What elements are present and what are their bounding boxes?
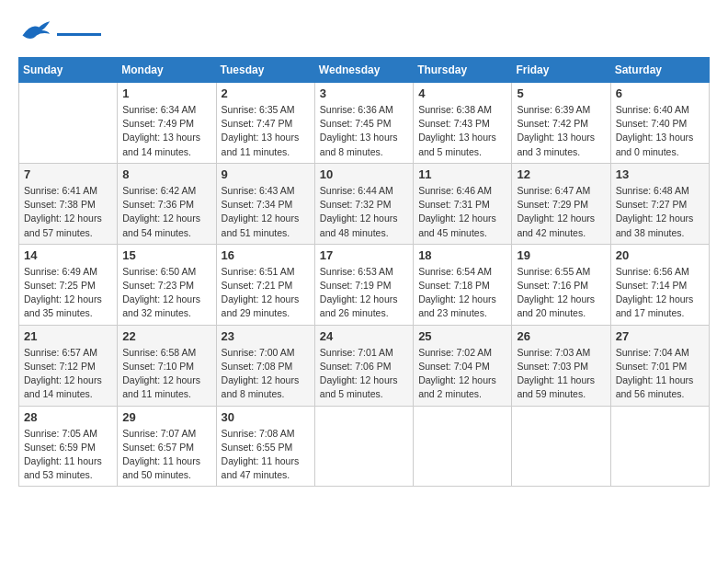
logo-underline [57, 33, 101, 36]
day-info: Sunrise: 6:56 AM Sunset: 7:14 PM Dayligh… [616, 265, 704, 321]
day-info: Sunrise: 7:04 AM Sunset: 7:01 PM Dayligh… [616, 346, 704, 402]
day-info: Sunrise: 6:58 AM Sunset: 7:10 PM Dayligh… [122, 346, 210, 402]
day-info: Sunrise: 7:02 AM Sunset: 7:04 PM Dayligh… [418, 346, 506, 402]
day-header-friday: Friday [512, 58, 610, 83]
calendar-table: SundayMondayTuesdayWednesdayThursdayFrid… [18, 57, 710, 487]
day-info: Sunrise: 6:35 AM Sunset: 7:47 PM Dayligh… [222, 103, 310, 159]
day-number: 22 [122, 329, 210, 343]
calendar-cell: 4Sunrise: 6:38 AM Sunset: 7:43 PM Daylig… [414, 83, 512, 164]
day-number: 1 [122, 86, 210, 100]
day-number: 7 [24, 167, 112, 181]
day-info: Sunrise: 6:41 AM Sunset: 7:38 PM Dayligh… [24, 184, 112, 240]
day-info: Sunrise: 7:07 AM Sunset: 6:57 PM Dayligh… [122, 427, 210, 483]
logo-bird-icon [18, 18, 51, 48]
day-number: 13 [616, 167, 704, 181]
day-info: Sunrise: 6:48 AM Sunset: 7:27 PM Dayligh… [616, 184, 704, 240]
calendar-cell: 24Sunrise: 7:01 AM Sunset: 7:06 PM Dayli… [314, 325, 413, 406]
calendar-cell [19, 83, 118, 164]
day-info: Sunrise: 7:01 AM Sunset: 7:06 PM Dayligh… [320, 346, 408, 402]
day-info: Sunrise: 6:38 AM Sunset: 7:43 PM Dayligh… [418, 103, 506, 159]
calendar-cell: 2Sunrise: 6:35 AM Sunset: 7:47 PM Daylig… [216, 83, 314, 164]
calendar-cell: 17Sunrise: 6:53 AM Sunset: 7:19 PM Dayli… [314, 244, 413, 325]
day-number: 6 [616, 86, 704, 100]
header [18, 18, 710, 48]
day-number: 14 [24, 248, 112, 262]
day-info: Sunrise: 6:40 AM Sunset: 7:40 PM Dayligh… [616, 103, 704, 159]
day-number: 17 [320, 248, 408, 262]
day-info: Sunrise: 6:34 AM Sunset: 7:49 PM Dayligh… [122, 103, 210, 159]
calendar-body: 1Sunrise: 6:34 AM Sunset: 7:49 PM Daylig… [19, 83, 710, 487]
day-number: 11 [418, 167, 506, 181]
day-info: Sunrise: 7:08 AM Sunset: 6:55 PM Dayligh… [222, 427, 310, 483]
day-info: Sunrise: 6:39 AM Sunset: 7:42 PM Dayligh… [517, 103, 605, 159]
day-info: Sunrise: 6:55 AM Sunset: 7:16 PM Dayligh… [517, 265, 605, 321]
day-info: Sunrise: 6:36 AM Sunset: 7:45 PM Dayligh… [320, 103, 408, 159]
calendar-cell: 23Sunrise: 7:00 AM Sunset: 7:08 PM Dayli… [216, 325, 314, 406]
calendar-cell: 7Sunrise: 6:41 AM Sunset: 7:38 PM Daylig… [19, 163, 118, 244]
day-number: 26 [517, 329, 605, 343]
day-info: Sunrise: 6:57 AM Sunset: 7:12 PM Dayligh… [24, 346, 112, 402]
calendar-cell [512, 406, 610, 487]
day-info: Sunrise: 7:03 AM Sunset: 7:03 PM Dayligh… [517, 346, 605, 402]
day-number: 23 [222, 329, 310, 343]
day-number: 3 [320, 86, 408, 100]
calendar-cell: 5Sunrise: 6:39 AM Sunset: 7:42 PM Daylig… [512, 83, 610, 164]
day-number: 12 [517, 167, 605, 181]
day-info: Sunrise: 6:50 AM Sunset: 7:23 PM Dayligh… [122, 265, 210, 321]
calendar-cell: 16Sunrise: 6:51 AM Sunset: 7:21 PM Dayli… [216, 244, 314, 325]
day-info: Sunrise: 6:53 AM Sunset: 7:19 PM Dayligh… [320, 265, 408, 321]
calendar-cell: 19Sunrise: 6:55 AM Sunset: 7:16 PM Dayli… [512, 244, 610, 325]
day-number: 29 [122, 410, 210, 424]
calendar-cell [610, 406, 709, 487]
day-number: 24 [320, 329, 408, 343]
calendar-cell: 29Sunrise: 7:07 AM Sunset: 6:57 PM Dayli… [118, 406, 216, 487]
day-info: Sunrise: 6:42 AM Sunset: 7:36 PM Dayligh… [122, 184, 210, 240]
day-number: 21 [24, 329, 112, 343]
calendar-cell: 21Sunrise: 6:57 AM Sunset: 7:12 PM Dayli… [19, 325, 118, 406]
day-number: 18 [418, 248, 506, 262]
calendar-cell: 12Sunrise: 6:47 AM Sunset: 7:29 PM Dayli… [512, 163, 610, 244]
day-number: 2 [222, 86, 310, 100]
day-header-wednesday: Wednesday [314, 58, 413, 83]
day-info: Sunrise: 7:05 AM Sunset: 6:59 PM Dayligh… [24, 427, 112, 483]
day-number: 25 [418, 329, 506, 343]
day-info: Sunrise: 6:49 AM Sunset: 7:25 PM Dayligh… [24, 265, 112, 321]
day-info: Sunrise: 6:43 AM Sunset: 7:34 PM Dayligh… [222, 184, 310, 240]
day-header-monday: Monday [118, 58, 216, 83]
calendar-cell: 6Sunrise: 6:40 AM Sunset: 7:40 PM Daylig… [610, 83, 709, 164]
day-number: 28 [24, 410, 112, 424]
day-header-saturday: Saturday [610, 58, 709, 83]
calendar-cell: 30Sunrise: 7:08 AM Sunset: 6:55 PM Dayli… [216, 406, 314, 487]
calendar-cell: 1Sunrise: 6:34 AM Sunset: 7:49 PM Daylig… [118, 83, 216, 164]
day-number: 30 [222, 410, 310, 424]
day-info: Sunrise: 6:46 AM Sunset: 7:31 PM Dayligh… [418, 184, 506, 240]
day-info: Sunrise: 7:00 AM Sunset: 7:08 PM Dayligh… [222, 346, 310, 402]
day-number: 10 [320, 167, 408, 181]
day-number: 16 [222, 248, 310, 262]
calendar-week-row: 1Sunrise: 6:34 AM Sunset: 7:49 PM Daylig… [19, 83, 710, 164]
calendar-cell: 18Sunrise: 6:54 AM Sunset: 7:18 PM Dayli… [414, 244, 512, 325]
calendar-cell: 9Sunrise: 6:43 AM Sunset: 7:34 PM Daylig… [216, 163, 314, 244]
calendar-week-row: 28Sunrise: 7:05 AM Sunset: 6:59 PM Dayli… [19, 406, 710, 487]
day-number: 9 [222, 167, 310, 181]
calendar-week-row: 7Sunrise: 6:41 AM Sunset: 7:38 PM Daylig… [19, 163, 710, 244]
day-number: 15 [122, 248, 210, 262]
calendar-week-row: 14Sunrise: 6:49 AM Sunset: 7:25 PM Dayli… [19, 244, 710, 325]
calendar-cell [414, 406, 512, 487]
day-info: Sunrise: 6:51 AM Sunset: 7:21 PM Dayligh… [222, 265, 310, 321]
calendar-cell: 22Sunrise: 6:58 AM Sunset: 7:10 PM Dayli… [118, 325, 216, 406]
calendar-cell: 15Sunrise: 6:50 AM Sunset: 7:23 PM Dayli… [118, 244, 216, 325]
calendar-cell: 27Sunrise: 7:04 AM Sunset: 7:01 PM Dayli… [610, 325, 709, 406]
calendar-header-row: SundayMondayTuesdayWednesdayThursdayFrid… [19, 58, 710, 83]
day-number: 5 [517, 86, 605, 100]
calendar-cell: 26Sunrise: 7:03 AM Sunset: 7:03 PM Dayli… [512, 325, 610, 406]
day-number: 4 [418, 86, 506, 100]
day-number: 8 [122, 167, 210, 181]
calendar-cell: 20Sunrise: 6:56 AM Sunset: 7:14 PM Dayli… [610, 244, 709, 325]
day-header-tuesday: Tuesday [216, 58, 314, 83]
calendar-cell [314, 406, 413, 487]
day-header-thursday: Thursday [414, 58, 512, 83]
day-number: 27 [616, 329, 704, 343]
logo [18, 18, 101, 48]
day-number: 20 [616, 248, 704, 262]
